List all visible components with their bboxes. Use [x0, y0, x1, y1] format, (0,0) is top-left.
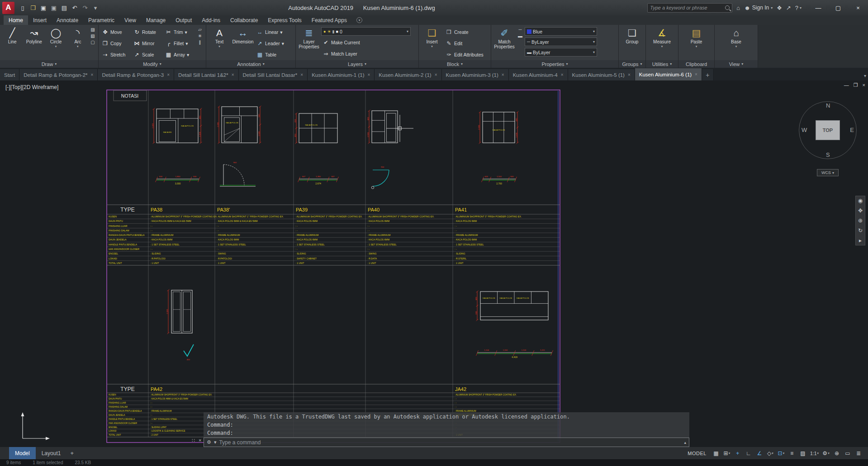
- help-button[interactable]: ?▾: [795, 5, 802, 11]
- open-file-icon[interactable]: ❒: [28, 2, 38, 13]
- save-as-icon[interactable]: ▣: [49, 2, 59, 13]
- command-close-icon[interactable]: ×: [199, 438, 201, 443]
- ribbon-tab-featured-apps[interactable]: Featured Apps: [307, 15, 352, 25]
- close-icon[interactable]: ×: [167, 72, 170, 77]
- workspace-switching-icon[interactable]: ⚙▾: [821, 448, 831, 458]
- table-button[interactable]: ▦Table: [255, 49, 285, 60]
- search-icon[interactable]: [725, 5, 730, 10]
- offset-icon[interactable]: ∥: [197, 40, 203, 45]
- explode-icon[interactable]: ✳: [197, 33, 203, 38]
- base-button[interactable]: ⌂Base▾: [725, 26, 748, 48]
- copy-button[interactable]: ❐Copy: [100, 38, 132, 49]
- transparency-icon[interactable]: ▨: [798, 448, 808, 458]
- file-tab-detail-sill-lantai-1-2[interactable]: Detail Sill Lantai 1&2*×: [174, 69, 238, 80]
- customization-icon[interactable]: ≣: [854, 448, 863, 458]
- panel-title-layers[interactable]: Layers▾: [296, 60, 418, 68]
- dropdown-arrow-icon[interactable]: ▾: [185, 29, 187, 35]
- paste-button[interactable]: ▤Paste▾: [685, 26, 708, 48]
- command-customize-icon[interactable]: ⚙: [207, 439, 211, 445]
- dropdown-arrow-icon[interactable]: ▾: [185, 41, 188, 46]
- annotation-monitor-icon[interactable]: ⊕: [832, 448, 842, 458]
- close-icon[interactable]: ×: [368, 72, 370, 77]
- group-button[interactable]: ❏Group: [621, 26, 644, 44]
- orbit-icon[interactable]: ↻: [858, 227, 863, 234]
- viewport-controls[interactable]: [-][Top][2D Wireframe]: [5, 84, 58, 90]
- close-icon[interactable]: ×: [435, 72, 437, 77]
- circle-button[interactable]: ◯Circle▾: [46, 26, 66, 48]
- close-button[interactable]: ×: [848, 0, 868, 15]
- grid-display-icon[interactable]: ▦: [711, 448, 721, 458]
- text-button[interactable]: AText▾: [208, 26, 231, 48]
- qat-dropdown-icon[interactable]: ▾: [90, 2, 100, 13]
- hatch-icon[interactable]: ▨: [90, 27, 96, 32]
- model-tab[interactable]: Model: [9, 447, 36, 459]
- ribbon-tab-home[interactable]: Home: [4, 15, 28, 25]
- navigation-wheel-icon[interactable]: ◉: [858, 198, 863, 204]
- panel-title-view[interactable]: View▾: [715, 60, 758, 68]
- panel-title-properties[interactable]: Properties▾: [491, 60, 618, 68]
- panel-title-annotation[interactable]: Annotation▾: [206, 60, 295, 68]
- search-box[interactable]: Type a keyword or phrase: [647, 3, 732, 13]
- new-drawing-tab-button[interactable]: +: [702, 69, 714, 80]
- panel-title-clipboard[interactable]: Clipboard: [678, 60, 714, 68]
- close-icon[interactable]: ×: [300, 72, 303, 77]
- move-button[interactable]: ✥Move: [100, 26, 132, 38]
- scale-button[interactable]: ↗Scale: [132, 49, 164, 60]
- chevron-down-icon[interactable]: ▾: [407, 29, 408, 33]
- dropdown-arrow-icon[interactable]: ▾: [218, 45, 220, 48]
- close-icon[interactable]: ×: [561, 72, 564, 77]
- layout1-tab[interactable]: Layout1: [36, 447, 67, 459]
- ribbon-tab-view[interactable]: View: [119, 15, 141, 25]
- viewcube-north[interactable]: N: [826, 102, 830, 109]
- panel-title-modify[interactable]: Modify▾: [99, 60, 206, 68]
- dropdown-arrow-icon[interactable]: ▾: [282, 41, 284, 46]
- minimize-button[interactable]: —: [808, 0, 828, 15]
- polar-tracking-icon[interactable]: ∠: [754, 448, 764, 458]
- dynamic-input-icon[interactable]: +: [733, 448, 743, 458]
- panel-title-groups[interactable]: Groups▾: [619, 60, 645, 68]
- dropdown-arrow-icon[interactable]: ▾: [735, 45, 737, 48]
- file-tab-kusen-aluminium-2-1[interactable]: Kusen Aluminium-2 (1)×: [375, 69, 441, 80]
- viewcube-top-face[interactable]: TOP: [816, 120, 840, 140]
- command-history-toggle-icon[interactable]: ▴: [684, 440, 686, 445]
- panel-title-utilities[interactable]: Utilities▾: [646, 60, 678, 68]
- dropdown-arrow-icon[interactable]: ▾: [55, 45, 57, 48]
- object-snap-icon[interactable]: ⊡▾: [776, 448, 786, 458]
- viewcube-west[interactable]: W: [802, 127, 807, 133]
- match-properties-button[interactable]: ✐Match Properties: [493, 26, 516, 49]
- stay-connected-icon[interactable]: ↗: [786, 5, 791, 11]
- drawing-canvas[interactable]: NOTASITYPEPA38PA38'PA39PA40PA41KUSEN: AL…: [0, 80, 868, 447]
- mirror-button[interactable]: ⋈Mirror: [132, 38, 164, 49]
- file-tab-overflow-icon[interactable]: ▾: [864, 73, 866, 78]
- dropdown-arrow-icon[interactable]: ▾: [696, 45, 697, 48]
- stretch-button[interactable]: ⇢Stretch: [100, 49, 132, 60]
- file-tab-kusen-aluminium-3-1[interactable]: Kusen Aluminium-3 (1)×: [442, 69, 509, 80]
- make-current-button[interactable]: ✔Make Current: [321, 37, 411, 48]
- panel-title-draw[interactable]: Draw▾: [0, 60, 98, 68]
- command-input[interactable]: ⚙ ▾ Type a command ▴: [204, 438, 689, 447]
- trim-button[interactable]: ✂Trim▾: [164, 26, 195, 38]
- command-recent-dropdown-icon[interactable]: ▾: [214, 439, 217, 445]
- match-layer-button[interactable]: ⇒Match Layer: [321, 48, 411, 59]
- array-button[interactable]: ▦Array▾: [164, 49, 195, 60]
- pan-icon[interactable]: ✥: [858, 207, 863, 214]
- plot-icon[interactable]: ▤: [59, 2, 69, 13]
- ribbon-tab-parametric[interactable]: Parametric: [83, 15, 119, 25]
- redo-icon[interactable]: ↷: [80, 2, 90, 13]
- maximize-button[interactable]: ▢: [828, 0, 848, 15]
- file-tab-start[interactable]: Start: [0, 69, 19, 80]
- create-button[interactable]: ❒Create: [444, 26, 485, 38]
- wcs-control[interactable]: WCS ▾: [817, 169, 839, 176]
- color-combo[interactable]: Blue▾: [525, 27, 597, 36]
- autocad-logo-icon[interactable]: A: [2, 2, 14, 14]
- showmotion-icon[interactable]: ▸: [859, 237, 862, 244]
- ortho-mode-icon[interactable]: ∟: [744, 448, 754, 458]
- lineweight-combo[interactable]: ▬ByLayer▾: [525, 48, 597, 56]
- new-file-icon[interactable]: ▯: [18, 2, 28, 13]
- ribbon-tab-collaborate[interactable]: Collaborate: [225, 15, 263, 25]
- ribbon-collapse-icon[interactable]: ▾: [356, 17, 362, 23]
- ribbon-tab-output[interactable]: Output: [171, 15, 197, 25]
- file-tab-kusen-aluminium-5-1[interactable]: Kusen Aluminium-5 (1)×: [568, 69, 635, 80]
- polyline-button[interactable]: ↝Polyline: [24, 26, 44, 44]
- erase-icon[interactable]: ▱: [197, 27, 203, 32]
